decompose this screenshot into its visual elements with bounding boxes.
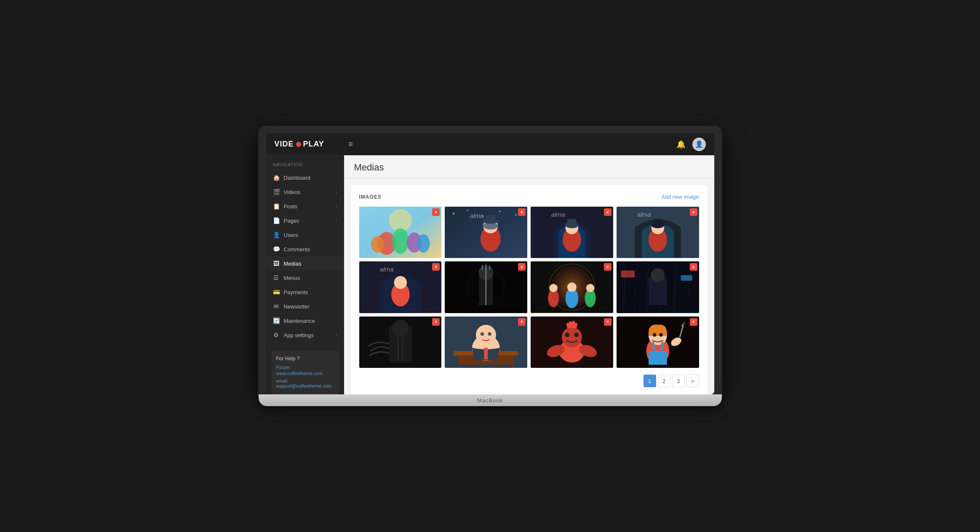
image-cell[interactable]: × (445, 317, 527, 368)
page-3-button[interactable]: 3 (672, 375, 685, 387)
laptop-frame: VIDE PLAY ≡ 🔔 👤 Navigation 🏠 Dashb (259, 126, 722, 406)
top-navbar: VIDE PLAY ≡ 🔔 👤 (266, 133, 714, 155)
svg-text:alma: alma (551, 211, 565, 218)
svg-point-33 (394, 276, 407, 289)
bell-icon[interactable]: 🔔 (676, 140, 686, 149)
logo: VIDE PLAY (275, 140, 342, 149)
svg-point-11 (499, 210, 501, 212)
medias-icon: 🖼 (273, 260, 280, 267)
add-new-image-link[interactable]: Add new image (661, 194, 699, 200)
menus-icon: ☰ (273, 274, 280, 281)
sidebar-item-label: Newsletter (284, 303, 310, 310)
sidebar-item-dashboard[interactable]: 🏠 Dashboard (266, 170, 344, 185)
sidebar-item-menus[interactable]: ☰ Menus (266, 271, 344, 285)
sidebar-item-medias[interactable]: 🖼 Medias (266, 256, 344, 271)
image-close-button[interactable]: × (690, 208, 697, 216)
sidebar-item-label: Comments (284, 246, 310, 253)
svg-point-5 (371, 236, 384, 253)
sidebar-item-posts[interactable]: 📋 Posts › (266, 199, 344, 213)
image-cell[interactable]: × (359, 317, 442, 368)
image-cell[interactable]: × (531, 317, 613, 368)
svg-text:alma: alma (470, 212, 484, 219)
email-value[interactable]: support@coffeetheme.com (276, 383, 334, 388)
screen-bezel: VIDE PLAY ≡ 🔔 👤 Navigation 🏠 Dashb (259, 126, 722, 394)
logo-dot-icon (296, 142, 301, 147)
images-section: IMAGES Add new image (351, 185, 708, 394)
svg-point-46 (549, 284, 558, 293)
svg-point-8 (453, 213, 454, 214)
image-close-button[interactable]: × (604, 263, 611, 271)
image-cell[interactable]: × (617, 261, 699, 313)
svg-point-74 (481, 332, 484, 336)
page-header: Medias (344, 155, 714, 178)
image-close-button[interactable]: × (690, 318, 697, 326)
sidebar-item-app-settings[interactable]: ⚙ App settings › (266, 328, 344, 342)
help-title: For Help ? (276, 356, 334, 362)
image-close-button[interactable]: × (432, 263, 440, 271)
sidebar-item-label: Pages (284, 218, 299, 224)
posts-icon: 📋 (273, 203, 280, 210)
image-close-button[interactable]: × (432, 318, 440, 326)
image-close-button[interactable]: × (518, 318, 526, 326)
laptop-screen: VIDE PLAY ≡ 🔔 👤 Navigation 🏠 Dashb (266, 133, 714, 394)
navbar-right: 🔔 👤 (676, 138, 706, 151)
forum-url[interactable]: www.coffeetheme.com (276, 371, 334, 376)
video-icon: 🎬 (273, 189, 280, 195)
sidebar-item-label: Maintenance (284, 318, 315, 324)
sidebar-item-payments[interactable]: 💳 Payments (266, 285, 344, 299)
forum-label: Forum: (276, 365, 334, 370)
sidebar-item-pages[interactable]: 📄 Pages › (266, 213, 344, 228)
image-close-button[interactable]: × (604, 208, 611, 216)
image-cell[interactable]: alma × (531, 207, 613, 258)
sidebar-item-maintenance[interactable]: 🔄 Maintenance (266, 314, 344, 328)
image-close-button[interactable]: × (518, 263, 526, 271)
sidebar-item-label: Medias (284, 261, 302, 267)
page-next-button[interactable]: > (686, 375, 699, 387)
image-close-button[interactable]: × (432, 208, 440, 216)
image-cell[interactable]: alma × (617, 207, 699, 258)
sidebar-item-users[interactable]: 👤 Users (266, 228, 344, 242)
svg-rect-23 (567, 219, 577, 225)
svg-line-89 (653, 342, 654, 351)
hamburger-button[interactable]: ≡ (346, 137, 356, 151)
image-cell[interactable]: × (617, 317, 699, 368)
svg-point-87 (659, 333, 663, 337)
newsletter-icon: ✉ (273, 303, 280, 310)
section-header: IMAGES Add new image (359, 194, 699, 200)
sidebar-item-comments[interactable]: 💬 Comments (266, 242, 344, 256)
image-cell[interactable]: alma × (445, 207, 527, 258)
svg-point-72 (476, 325, 496, 345)
svg-rect-62 (681, 275, 692, 281)
svg-point-9 (467, 210, 468, 211)
sidebar-item-newsletter[interactable]: ✉ Newsletter (266, 299, 344, 314)
svg-point-80 (574, 332, 579, 337)
chevron-right-icon: › (336, 190, 337, 194)
payments-icon: 💳 (273, 289, 280, 295)
avatar[interactable]: 👤 (692, 138, 706, 151)
page-2-button[interactable]: 2 (658, 375, 670, 387)
sidebar-item-videos[interactable]: 🎬 Videos › (266, 185, 344, 199)
image-close-button[interactable]: × (518, 208, 526, 216)
page-1-button[interactable]: 1 (644, 375, 656, 387)
sidebar-item-label: Payments (284, 289, 308, 295)
svg-rect-17 (486, 215, 495, 222)
image-close-button[interactable]: × (690, 263, 697, 271)
image-close-button[interactable]: × (604, 318, 611, 326)
sidebar-item-label: Menus (284, 275, 300, 281)
sidebar-item-label: Videos (284, 189, 301, 195)
sidebar-nav-label: Navigation (266, 162, 344, 170)
image-cell[interactable]: × (531, 261, 613, 313)
sidebar: Navigation 🏠 Dashboard 🎬 Videos › 📋 Post… (266, 155, 344, 394)
chevron-right-icon: › (336, 218, 337, 223)
svg-point-65 (392, 319, 409, 336)
image-cell[interactable]: × (359, 207, 442, 258)
svg-point-75 (488, 332, 491, 336)
settings-icon: ⚙ (273, 332, 280, 338)
home-icon: 🏠 (273, 174, 280, 181)
laptop-bottom: MacBook (259, 394, 722, 406)
sidebar-item-label: App settings (284, 332, 314, 338)
comments-icon: 💬 (273, 246, 280, 253)
image-cell[interactable]: × (445, 261, 527, 313)
image-cell[interactable]: alma × (359, 261, 442, 313)
pages-icon: 📄 (273, 217, 280, 224)
